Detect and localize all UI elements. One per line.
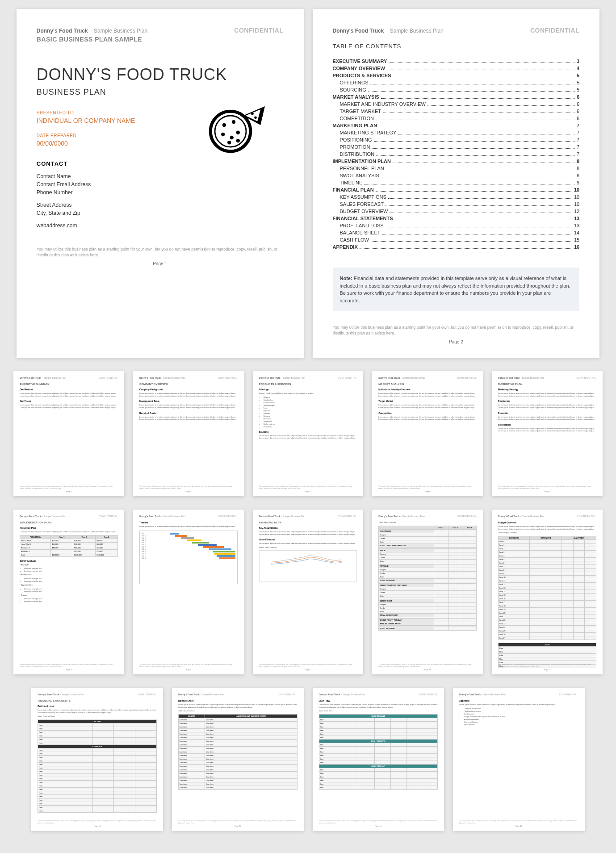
page-number: Page 10 — [259, 669, 357, 671]
toc-page-num: 16 — [574, 244, 579, 250]
toc-label: BALANCE SHEET — [340, 230, 381, 235]
note-text: Financial data and statements provided i… — [340, 276, 570, 303]
toc-leader — [389, 63, 575, 63]
toc-item: PROMOTION7 — [333, 144, 580, 150]
toc-leader — [381, 98, 575, 99]
svg-point-6 — [236, 131, 239, 134]
toc-leader — [398, 134, 575, 134]
toc-leader — [427, 105, 575, 106]
thumbnail-page: Donny's Food Truck – Sample Business Pla… — [133, 371, 244, 496]
footer-note: You may utilize this business plan as a … — [20, 663, 118, 668]
confidential-stamp: CONFIDENTIAL — [234, 27, 283, 34]
toc-leader — [364, 184, 575, 184]
page-header: Donny's Food Truck – Sample Business Pla… — [333, 27, 580, 34]
thumb-heading: MARKET ANALYSIS — [378, 383, 477, 385]
toc-label: MARKETING STRATEGY — [340, 130, 397, 135]
list-item: Soft drinks — [264, 420, 357, 422]
thumbnail-row-3: Donny's Food Truck – Sample Business Pla… — [9, 688, 607, 831]
footer-note: You may utilize this business plan as a … — [319, 820, 438, 824]
toc-page-num: 8 — [577, 173, 579, 178]
toc-page-num: 10 — [574, 187, 579, 192]
sales-table: Year 1Year 2Year 3CUSTOMERSBurgersDrinks… — [378, 526, 477, 631]
pizza-icon — [205, 94, 268, 156]
toc-label: SALES FORECAST — [340, 201, 384, 207]
toc-leader — [390, 213, 572, 213]
thumb-heading: FINANCIAL STATEMENTS — [38, 699, 157, 702]
toc-item: PERSONNEL PLAN8 — [333, 166, 580, 171]
toc-leader — [387, 70, 575, 70]
thumbnail-row-2: Donny's Food Truck – Sample Business Pla… — [9, 510, 607, 674]
thumbnail-page: Donny's Food Truck – Sample Business Pla… — [453, 688, 585, 831]
toc-label: PROMOTION — [340, 144, 370, 150]
page-number: Page 14 — [178, 825, 298, 827]
toc-page-num: 6 — [577, 109, 579, 114]
footer-note: You may utilize this business plan as a … — [333, 325, 580, 336]
thumbnail-page: Donny's Food Truck – Sample Business Pla… — [172, 688, 304, 831]
toc-item: PRODUCTS & SERVICES5 — [333, 73, 580, 78]
toc-leader — [393, 163, 575, 163]
thumb-subheading: Key Assumptions — [259, 527, 357, 529]
thumbnail-row-1: Donny's Food Truck – Sample Business Pla… — [9, 371, 607, 496]
thumbnail-page: Donny's Food Truck – Sample Business Pla… — [492, 510, 603, 674]
footer-note: You may utilize this business plan as a … — [259, 485, 357, 489]
personnel-table: PERSONNELYear 1Year 2Year 3Head Chef 1$5… — [20, 535, 118, 557]
toc-label: TIMELINE — [340, 180, 363, 185]
footer-note: You may utilize this business plan as a … — [139, 663, 238, 668]
page-number: Page 3 — [20, 490, 118, 493]
note-label: Note: — [340, 276, 352, 281]
thumb-heading: IMPLEMENTATION PLAN — [20, 521, 118, 524]
toc-title: TABLE OF CONTENTS — [333, 43, 580, 50]
toc-page-num: 7 — [577, 151, 579, 157]
toc-item: FINANCIAL PLAN10 — [333, 187, 580, 192]
svg-point-9 — [251, 113, 254, 115]
toc-item: MARKETING PLAN7 — [333, 123, 580, 128]
toc-page-num: 10 — [574, 201, 579, 207]
thumbnail-page: Donny's Food Truck – Sample Business Pla… — [133, 510, 244, 674]
footer-note: You may utilize this business plan as a … — [498, 663, 596, 668]
page-number: Page 2 — [333, 339, 580, 344]
thumb-subheading: Appendix — [459, 699, 578, 702]
thumb-heading: FINANCIAL PLAN — [259, 521, 357, 524]
toc-leader — [379, 127, 575, 127]
budget-table: CATEGORYESTIMATEDQUARTERLYItem 0Item 1It… — [498, 536, 596, 640]
toc-item: BALANCE SHEET14 — [333, 230, 580, 235]
list-item: Brownies — [264, 418, 357, 420]
toc-leader — [383, 113, 575, 113]
list-item: Cookies — [264, 415, 357, 417]
page-number: Page 7 — [498, 490, 596, 493]
toc-item: MARKET AND INDUSTRY OVERVIEW6 — [333, 101, 580, 107]
toc-page-num: 6 — [577, 94, 579, 100]
toc-leader — [374, 141, 575, 142]
page-number: Page 8 — [20, 669, 118, 671]
list-item: Images or illustrations of products ment… — [464, 715, 578, 718]
page-header: Donny's Food Truck – Sample Business Pla… — [37, 27, 284, 34]
toc-item: KEY ASSUMPTIONS10 — [333, 194, 580, 200]
list-item: Popcorn — [264, 410, 357, 412]
toc-label: SOURCING — [340, 87, 366, 92]
toc-page-num: 12 — [574, 209, 579, 214]
list-item: Cheesesteaks — [264, 401, 357, 404]
toc-leader — [360, 248, 572, 249]
toc-label: CASH FLOW — [340, 237, 369, 243]
page-number: Page 16 — [459, 825, 578, 827]
toc-item: PROFIT AND LOSS13 — [333, 223, 580, 228]
toc-leader — [388, 198, 572, 199]
thumb-heading: COMPANY OVERVIEW — [139, 383, 238, 385]
list-item: Sandwiches — [264, 399, 357, 401]
toc-leader — [370, 84, 575, 84]
toc-page-num: 15 — [574, 237, 579, 243]
toc-item: COMPANY OVERVIEW4 — [333, 66, 580, 71]
contact-web: webaddress.com — [37, 222, 284, 229]
thumb-heading: PRODUCTS & SERVICES — [259, 383, 357, 385]
footer-note: You may utilize this business plan as a … — [378, 485, 477, 489]
pl-table: INCOMEItemItemItemItemItemItemEXPENSESIt… — [38, 719, 157, 813]
svg-point-3 — [231, 120, 235, 124]
confidential-stamp: CONFIDENTIAL — [530, 27, 579, 34]
page-number: Page 5 — [259, 490, 357, 493]
toc-page-num: 13 — [574, 216, 579, 221]
footer-note: You may utilize this business plan as a … — [37, 247, 284, 258]
thumb-subheading: Distribution — [498, 423, 596, 426]
list-item: Company information — [464, 707, 578, 710]
toc-label: APPENDIX — [333, 244, 358, 250]
toc-item: MARKET ANALYSIS6 — [333, 94, 580, 100]
